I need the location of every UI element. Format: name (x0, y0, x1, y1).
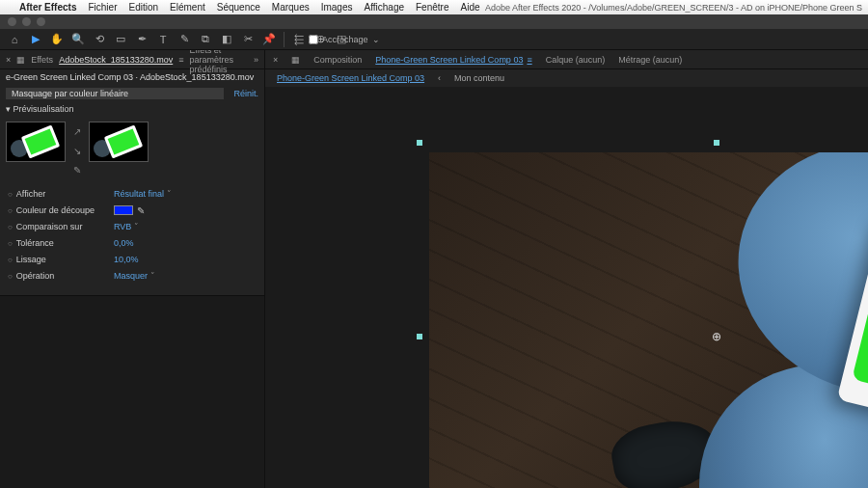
fx-tab-name[interactable]: AdobeStock_185133280.mov (59, 55, 173, 65)
preview-thumbnails: ↗ ↘ ✎ (0, 116, 264, 181)
preview-label-text: Prévisualisation (14, 104, 74, 114)
comp-tab-prefix: Composition (313, 55, 362, 65)
reset-button[interactable]: Réinit. (233, 89, 258, 98)
prop-name: Lissage (8, 255, 114, 264)
handle-top-left[interactable] (417, 140, 422, 146)
snapping-toggle[interactable]: Accrochage ⌄ (309, 35, 380, 44)
prop-name: Couleur de découpe (8, 205, 114, 215)
prop-value-dropdown[interactable]: Masquer (114, 271, 155, 281)
breadcrumb-back-icon[interactable]: ‹ (438, 73, 441, 83)
color-swatch[interactable] (114, 205, 133, 215)
effect-properties: Afficher Résultat final Couleur de décou… (0, 181, 264, 288)
menu-display[interactable]: Affichage (365, 2, 405, 13)
pen-tool-icon[interactable]: ✒ (133, 31, 150, 48)
zoom-icon[interactable] (37, 17, 45, 26)
swap-icon[interactable]: ↗ (71, 125, 83, 137)
prop-name: Tolérance (8, 238, 114, 248)
comp-tab-active[interactable]: Phone-Green Screen Linked Comp 03 ≡ (375, 55, 531, 65)
layer-bounding-box[interactable]: ⊕ (420, 143, 868, 488)
effects-comp-line: e-Green Screen Linked Comp 03 · AdobeSto… (0, 69, 264, 85)
preview-label: ▾ Prévisualisation (0, 102, 264, 116)
window-chrome (0, 14, 868, 29)
menu-marks[interactable]: Marques (272, 2, 310, 13)
handle-top-mid[interactable] (714, 140, 719, 146)
panel-empty-area (0, 295, 264, 488)
panel-close-icon[interactable]: × (273, 55, 278, 65)
prop-lissage: Lissage 10,0% (8, 253, 257, 266)
home-icon[interactable]: ⌂ (6, 31, 23, 48)
menu-images[interactable]: Images (321, 2, 353, 13)
composition-panel: × ▦ Composition Phone-Green Screen Linke… (265, 50, 868, 488)
composition-viewer[interactable]: ⊕ (265, 87, 868, 488)
fx-tab-menu-icon[interactable]: ≡ (178, 55, 183, 65)
comp-breadcrumb: Phone-Green Screen Linked Comp 03 ‹ Mon … (265, 69, 868, 87)
type-tool-icon[interactable]: T (154, 31, 172, 48)
thumb-source[interactable] (6, 122, 66, 162)
axis-local-icon[interactable]: ⬱ (290, 31, 308, 48)
toolbar: ⌂ ▶ ✋ 🔍 ⟲ ▭ ✒ T ✎ ⧉ ◧ ✂ 📌 ⬱ ⊕ ◳ Accrocha… (0, 29, 868, 50)
prop-afficher: Afficher Résultat final (8, 187, 257, 201)
prop-value[interactable]: 10,0% (114, 255, 139, 264)
menu-sequence[interactable]: Séquence (217, 2, 260, 13)
close-icon[interactable] (8, 17, 16, 26)
anchor-point-icon[interactable]: ⊕ (710, 330, 723, 343)
fx-icon: ▦ (16, 55, 25, 65)
window-title: Adobe After Effects 2020 - /Volumes/Adob… (485, 0, 862, 14)
prop-value-dropdown[interactable]: Résultat final (114, 189, 172, 199)
effects-panel: × ▦ Effets AdobeStock_185133280.mov ≡ Ef… (0, 50, 265, 488)
prop-operation: Opération Masquer (8, 269, 257, 283)
eraser-tool-icon[interactable]: ◧ (218, 31, 235, 48)
breadcrumb-item[interactable]: Mon contenu (454, 73, 504, 83)
brush-tool-icon[interactable]: ✎ (176, 31, 193, 48)
thumb-result[interactable] (89, 122, 149, 162)
minimize-icon[interactable] (22, 17, 31, 26)
comp-tab-name: Phone-Green Screen Linked Comp 03 (375, 55, 523, 65)
rect-tool-icon[interactable]: ▭ (112, 31, 129, 48)
panel-menu-icon[interactable]: » (254, 55, 258, 65)
prop-value[interactable]: 0,0% (114, 238, 134, 248)
prop-name: Comparaison sur (8, 222, 114, 231)
prop-name: Afficher (8, 189, 114, 199)
zoom-tool-icon[interactable]: 🔍 (69, 31, 87, 48)
panel-close-icon[interactable]: × (6, 55, 11, 65)
prop-comparaison: Comparaison sur RVB (8, 220, 257, 233)
comp-tab-footage[interactable]: Métrage (aucun) (618, 55, 682, 65)
snap-label: Accrochage (322, 35, 368, 44)
hand-tool-icon[interactable]: ✋ (48, 31, 66, 48)
menu-file[interactable]: Fichier (88, 2, 117, 13)
comp-tab-layer[interactable]: Calque (aucun) (546, 55, 606, 65)
handle-mid-left[interactable] (417, 334, 422, 339)
menu-element[interactable]: Elément (170, 2, 205, 13)
comp-icon: ▦ (291, 55, 300, 65)
link-icon[interactable]: ↘ (71, 145, 83, 156)
puppet-tool-icon[interactable]: 📌 (260, 31, 278, 48)
prop-value-dropdown[interactable]: RVB (114, 222, 139, 231)
effect-name[interactable]: Masquage par couleur linéaire (6, 88, 224, 99)
snap-options-icon[interactable]: ⌄ (372, 35, 380, 44)
menu-window[interactable]: Fenêtre (416, 2, 448, 13)
orbit-tool-icon[interactable]: ⟲ (91, 31, 108, 48)
prop-tolerance: Tolérance 0,0% (8, 236, 257, 250)
snap-checkbox[interactable] (309, 35, 318, 44)
toolbar-separator (284, 32, 285, 47)
eyedropper-icon[interactable]: ✎ (137, 205, 145, 216)
prop-couleur: Couleur de découpe ✎ (8, 203, 257, 217)
app-menu[interactable]: After Effects (19, 2, 76, 13)
menu-edit[interactable]: Edition (128, 2, 158, 13)
comp-panel-tabs: × ▦ Composition Phone-Green Screen Linke… (265, 50, 868, 69)
selection-tool-icon[interactable]: ▶ (27, 31, 44, 48)
eyedropper-icon[interactable]: ✎ (71, 164, 83, 176)
roto-tool-icon[interactable]: ✂ (239, 31, 257, 48)
fx-tab-prefix: Effets (31, 55, 53, 65)
menu-help[interactable]: Aide (460, 2, 479, 13)
effects-panel-tabs: × ▦ Effets AdobeStock_185133280.mov ≡ Ef… (0, 50, 264, 69)
breadcrumb-current[interactable]: Phone-Green Screen Linked Comp 03 (277, 73, 424, 83)
prop-name: Opération (8, 271, 114, 281)
clone-tool-icon[interactable]: ⧉ (197, 31, 214, 48)
